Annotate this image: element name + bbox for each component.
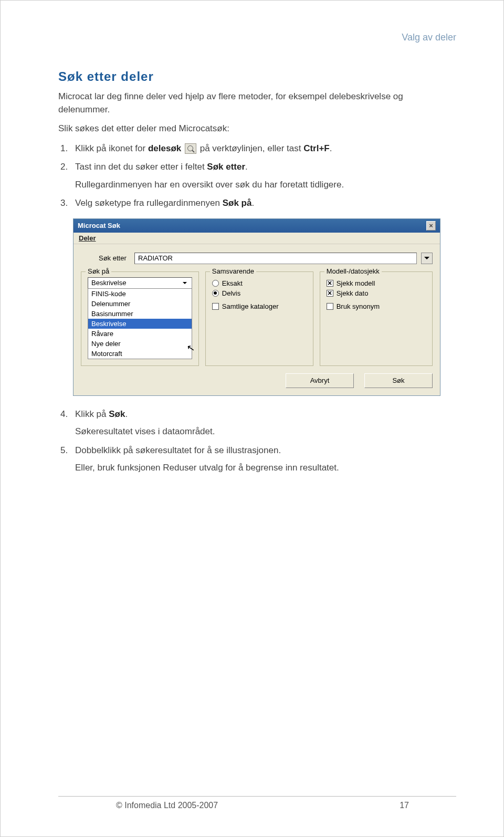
checkbox-label: Sjekk dato [337,289,369,297]
close-icon[interactable]: × [426,221,436,231]
checkbox-sjekk-modell[interactable]: Sjekk modell [327,279,426,287]
radio-label: Eksakt [222,279,243,287]
page-number: 17 [400,801,409,810]
step-5: Dobbelklikk på søkeresultatet for å se i… [60,444,456,475]
radio-label: Delvis [222,289,240,297]
lead-paragraph: Slik søkes det etter deler med Microcats… [58,122,456,135]
step-sub: Rullegardinmenyen har en oversikt over s… [75,178,456,192]
step-text: Velg søketype fra rullegardinmenyen [75,198,223,208]
combo-option[interactable]: FINIS-kode [88,289,192,299]
search-button[interactable]: Søk [364,373,433,388]
group-legend: Modell-/datosjekk [324,267,382,275]
radio-delvis[interactable]: Delvis [212,289,307,297]
group-legend: Søk på [86,267,111,275]
combo-option[interactable]: Motorcraft [88,349,192,359]
cancel-button[interactable]: Avbryt [286,373,354,388]
group-samsvarende: Samsvarende Eksakt Delvis Samtlige katal… [205,271,313,366]
step-text: . [330,143,332,153]
section-header: Valg av deler [58,32,456,43]
menu-bar[interactable]: Deler [74,233,440,244]
combo-option[interactable]: Delenummer [88,299,192,309]
checkbox-icon[interactable] [327,303,333,310]
radio-icon[interactable] [212,280,219,287]
step-1: Klikk på ikonet for delesøk på verktøyli… [60,142,456,155]
search-icon [185,143,196,154]
group-modell-dato: Modell-/datosjekk Sjekk modell Sjekk dat… [320,271,433,366]
search-field-label: Søk etter [99,254,130,262]
titlebar: Microcat Søk × [74,219,440,233]
checkbox-samtlige[interactable]: Samtlige kataloger [212,302,307,310]
checkbox-label: Sjekk modell [337,279,375,287]
combo-option[interactable]: Råvare [88,329,192,339]
step-text: . [251,198,254,208]
checkbox-icon[interactable] [327,290,333,297]
step-bold: Ctrl+F [303,143,330,153]
step-4: Klikk på Søk. Søkeresultatet vises i dat… [60,407,456,438]
step-bold: Søk etter [207,162,245,172]
step-text: Dobbelklikk på søkeresultatet for å se i… [75,445,281,455]
dialog-window: Microcat Søk × Deler Søk etter Søk på [73,218,440,396]
step-sub: Søkeresultatet vises i dataområdet. [75,425,456,438]
group-legend: Samsvarende [210,267,256,275]
checkbox-label: Bruk synonym [337,302,380,310]
search-input[interactable] [134,253,417,264]
chevron-down-icon[interactable] [181,279,188,287]
checkbox-label: Samtlige kataloger [222,302,279,310]
checkbox-icon[interactable] [327,280,333,287]
checkbox-icon[interactable] [212,303,219,310]
radio-eksakt[interactable]: Eksakt [212,279,307,287]
step-bold: delesøk [148,143,181,153]
combo-option[interactable]: Beskrivelse [88,319,192,329]
step-bold: Søk på [223,198,252,208]
step-text: . [245,162,248,172]
search-type-combo[interactable]: Beskrivelse FINIS-kode Delenummer Basisn… [88,277,192,359]
step-sub: Eller, bruk funksjonen Reduser utvalg fo… [75,461,456,475]
combo-option[interactable]: Nye deler [88,339,192,349]
checkbox-bruk-synonym[interactable]: Bruk synonym [327,302,426,310]
screenshot: Microcat Søk × Deler Søk etter Søk på [73,218,456,396]
window-title: Microcat Søk [78,222,120,229]
dropdown-history-button[interactable] [421,253,433,264]
combo-list[interactable]: FINIS-kode Delenummer Basisnummer Beskri… [88,289,192,359]
group-sok-pa: Søk på Beskrivelse FINIS-kode Delenummer… [81,271,199,366]
intro-paragraph: Microcat lar deg finne deler ved hjelp a… [58,90,456,116]
page-title: Søk etter deler [58,69,456,84]
radio-icon[interactable] [212,290,219,297]
step-bold: Søk [109,409,125,419]
step-text: Klikk på ikonet for [75,143,148,153]
step-text: Klikk på [75,409,109,419]
combo-selected: Beskrivelse [91,279,126,287]
copyright: © Infomedia Ltd 2005-2007 [116,801,218,810]
checkbox-sjekk-dato[interactable]: Sjekk dato [327,289,426,297]
menu-item-deler[interactable]: Deler [79,234,96,242]
step-3: Velg søketype fra rullegardinmenyen Søk … [60,196,456,210]
combo-option[interactable]: Basisnummer [88,309,192,319]
page-footer: © Infomedia Ltd 2005-2007 17 [58,796,456,810]
step-2: Tast inn det du søker etter i feltet Søk… [60,160,456,191]
step-text: . [125,409,128,419]
step-text: på verktøylinjen, eller tast [197,143,303,153]
step-text: Tast inn det du søker etter i feltet [75,162,207,172]
